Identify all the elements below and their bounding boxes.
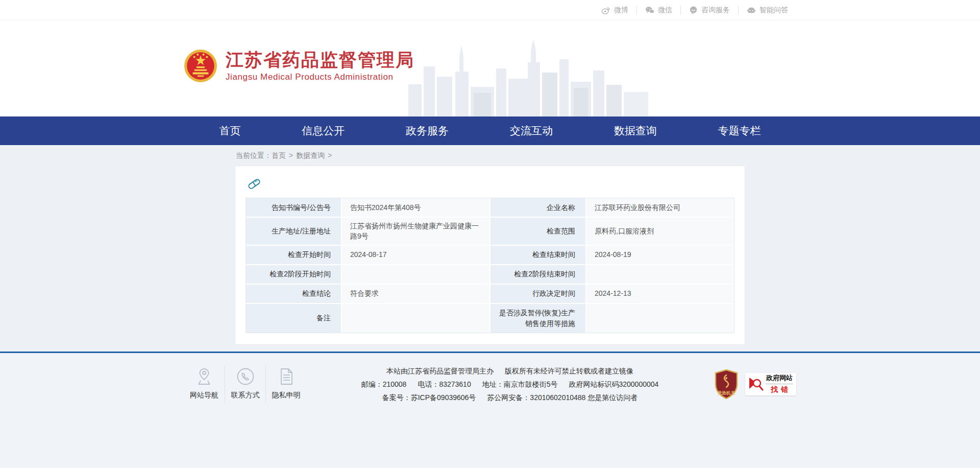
topbar-link-label: 咨询服务 <box>701 6 730 15</box>
field-label: 是否涉及暂停(恢复)生产销售使用等措施 <box>491 304 585 333</box>
footer-link-site-map[interactable]: 网站导航 <box>184 365 225 403</box>
party-government-badge[interactable]: 党政机关 <box>714 369 739 400</box>
national-emblem-logo <box>184 49 217 83</box>
site-footer: 网站导航 联系方式 隐私申明 <box>0 353 980 468</box>
field-value <box>586 304 734 333</box>
field-value <box>342 304 489 333</box>
footer-link-contact[interactable]: 联系方式 <box>225 365 265 403</box>
city-skyline-graphic <box>408 36 648 116</box>
document-icon <box>278 367 295 386</box>
footer-info-text: 本站由江苏省药品监督管理局主办 版权所有未经许可禁止转载或者建立镜像 邮编：21… <box>341 364 678 404</box>
field-value: 2024-08-17 <box>342 246 489 264</box>
topbar-link-weibo[interactable]: 微博 <box>593 6 636 15</box>
phone-icon <box>236 367 255 386</box>
footer-site-id: 政府网站标识码3200000004 <box>569 378 658 391</box>
nav-item-home[interactable]: 首页 <box>218 116 242 145</box>
main-content: 当前位置：首页>数据查询> 告知书编号/公告号 告知书2024年第408号 企业… <box>0 145 980 352</box>
field-value <box>342 265 489 284</box>
topbar-link-smart-qa[interactable]: 智能问答 <box>738 6 796 15</box>
field-label: 检查结束时间 <box>491 246 585 264</box>
table-row: 检查结论 符合要求 行政决定时间 2024-12-13 <box>246 285 734 303</box>
field-value: 符合要求 <box>342 285 489 303</box>
pill-icon <box>247 176 262 192</box>
table-row: 检查2阶段开始时间 检查2阶段结束时间 <box>246 265 734 284</box>
nav-item-interaction[interactable]: 交流互动 <box>509 116 554 145</box>
topbar-link-label: 智能问答 <box>760 6 788 15</box>
topbar-link-wechat[interactable]: 微信 <box>636 6 680 15</box>
nav-item-info-disclosure[interactable]: 信息公开 <box>301 116 346 145</box>
field-value <box>586 265 734 284</box>
topbar-link-label: 微博 <box>614 6 628 15</box>
badge-find-error-label: 找错 <box>766 384 793 394</box>
field-label: 检查范围 <box>491 218 585 245</box>
footer-link-label: 隐私申明 <box>266 391 306 400</box>
robot-icon <box>747 6 756 14</box>
topbar-link-label: 微信 <box>658 6 672 15</box>
field-value: 原料药,口服溶液剂 <box>586 218 734 245</box>
inspection-detail-table: 告知书编号/公告号 告知书2024年第408号 企业名称 江苏联环药业股份有限公… <box>246 198 734 333</box>
field-value: 2024-12-13 <box>586 285 734 303</box>
field-label: 行政决定时间 <box>491 285 585 303</box>
breadcrumb-prefix: 当前位置： <box>236 151 272 159</box>
weibo-icon <box>601 6 610 14</box>
table-row: 告知书编号/公告号 告知书2024年第408号 企业名称 江苏联环药业股份有限公… <box>246 198 734 217</box>
field-label: 检查2阶段结束时间 <box>491 265 585 284</box>
footer-icp-number: 备案号：苏ICP备09039606号 <box>382 391 476 404</box>
footer-host-statement: 本站由江苏省药品监督管理局主办 <box>386 364 494 378</box>
nav-item-data-query[interactable]: 数据查询 <box>613 116 658 145</box>
breadcrumb-separator: > <box>328 151 332 159</box>
topbar-link-consult[interactable]: 咨询服务 <box>680 6 738 15</box>
gov-site-error-report-badge[interactable]: 政府网站 找错 <box>745 373 796 395</box>
magnifier-flag-icon <box>748 376 764 393</box>
field-label: 检查2阶段开始时间 <box>246 265 341 284</box>
field-value: 江苏联环药业股份有限公司 <box>586 198 734 217</box>
badge-gov-site-label: 政府网站 <box>766 373 793 384</box>
footer-security-number: 苏公网安备：32010602010488 您是第位访问者 <box>487 391 638 404</box>
table-row: 检查开始时间 2024-08-17 检查结束时间 2024-08-19 <box>246 246 734 264</box>
field-value: 2024-08-19 <box>586 246 734 264</box>
field-value: 告知书2024年第408号 <box>342 198 489 217</box>
breadcrumb-link-home[interactable]: 首页 <box>272 151 286 159</box>
nav-item-special-topics[interactable]: 专题专栏 <box>717 116 762 145</box>
badge-label: 党政机关 <box>717 390 736 395</box>
field-value: 江苏省扬州市扬州生物健康产业园健康一路9号 <box>342 218 489 245</box>
footer-link-label: 网站导航 <box>184 391 225 400</box>
main-nav: 首页 信息公开 政务服务 交流互动 数据查询 专题专栏 <box>0 116 980 145</box>
wechat-icon <box>645 6 654 14</box>
breadcrumb: 当前位置：首页>数据查询> <box>235 145 745 166</box>
footer-link-label: 联系方式 <box>225 391 265 400</box>
field-label: 检查结论 <box>246 285 341 303</box>
field-label: 备注 <box>246 304 341 333</box>
page-subtitle: Jiangsu Medical Products Administration <box>226 72 414 82</box>
page-title: 江苏省药品监督管理局 <box>226 50 414 70</box>
table-row: 备注 是否涉及暂停(恢复)生产销售使用等措施 <box>246 304 734 333</box>
field-label: 生产地址/注册地址 <box>246 218 341 245</box>
inspection-detail-card: 告知书编号/公告号 告知书2024年第408号 企业名称 江苏联环药业股份有限公… <box>235 166 745 345</box>
field-label: 企业名称 <box>491 198 585 217</box>
topbar: 微博 微信 咨询服务 智能问答 <box>0 0 980 20</box>
chat-bubble-icon <box>689 6 698 14</box>
site-header: 江苏省药品监督管理局 Jiangsu Medical Products Admi… <box>0 20 980 116</box>
footer-copyright-statement: 版权所有未经许可禁止转载或者建立镜像 <box>505 364 633 378</box>
footer-postcode: 邮编：210008 <box>361 378 407 391</box>
breadcrumb-link-data-query[interactable]: 数据查询 <box>296 151 325 159</box>
field-label: 告知书编号/公告号 <box>246 198 341 217</box>
footer-phone: 电话：83273610 <box>418 378 471 391</box>
field-label: 检查开始时间 <box>246 246 341 264</box>
footer-address: 地址：南京市鼓楼街5号 <box>482 378 558 391</box>
nav-item-gov-services[interactable]: 政务服务 <box>405 116 450 145</box>
map-pin-icon <box>195 367 213 386</box>
table-row: 生产地址/注册地址 江苏省扬州市扬州生物健康产业园健康一路9号 检查范围 原料药… <box>246 218 734 245</box>
breadcrumb-separator: > <box>289 151 293 159</box>
footer-link-privacy[interactable]: 隐私申明 <box>265 365 306 403</box>
